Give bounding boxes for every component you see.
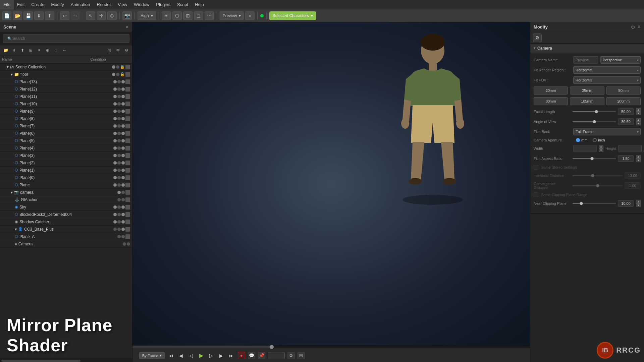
- list-item[interactable]: ▾ 📁 floor 🔒: [0, 71, 132, 78]
- angle-down-btn[interactable]: ▼: [636, 122, 641, 125]
- same-stereo-checkbox[interactable]: [534, 165, 538, 170]
- focal-down-btn[interactable]: ▼: [636, 112, 641, 115]
- film-aspect-slider[interactable]: [573, 158, 616, 159]
- render-dot[interactable]: [117, 220, 121, 224]
- export-button[interactable]: ⬆: [45, 11, 54, 20]
- color-dot[interactable]: [121, 80, 125, 83]
- menu-edit[interactable]: Edit: [14, 0, 28, 9]
- render-dot[interactable]: [121, 191, 125, 194]
- close-scene-button[interactable]: ✕: [125, 25, 129, 29]
- focal-80mm-button[interactable]: 80mm: [534, 97, 568, 105]
- vis-dot[interactable]: [117, 191, 121, 194]
- pin-icon[interactable]: 📌: [258, 352, 265, 359]
- visibility-dot[interactable]: [112, 65, 115, 69]
- render-dot[interactable]: [117, 87, 121, 91]
- sun-icon[interactable]: ☀: [162, 11, 171, 20]
- check-box[interactable]: [125, 116, 130, 121]
- list-item[interactable]: ⬡Plane(3): [0, 152, 132, 159]
- color-dot[interactable]: [121, 110, 125, 113]
- vis-dot[interactable]: [113, 183, 117, 187]
- folder-icon[interactable]: 📁: [2, 47, 9, 54]
- expand-button[interactable]: ↕: [52, 47, 60, 54]
- quality-dropdown[interactable]: High ▾: [138, 11, 156, 20]
- check-box[interactable]: [125, 227, 130, 232]
- check-box[interactable]: [125, 87, 130, 92]
- list-item[interactable]: ⬡Plane(7): [0, 122, 132, 130]
- scene-tree[interactable]: ▾ 🗂 Scene Collection 🔒 ▾ 📁 floor: [0, 63, 132, 359]
- color-dot[interactable]: [121, 117, 125, 120]
- list-item[interactable]: ⬡Plane(8): [0, 115, 132, 122]
- check-box[interactable]: [125, 102, 130, 106]
- check-box[interactable]: [125, 190, 130, 195]
- render-dot[interactable]: [117, 169, 121, 172]
- vis-dot[interactable]: [113, 213, 117, 216]
- near-clipping-thumb[interactable]: [580, 202, 583, 205]
- check-box[interactable]: [125, 205, 130, 209]
- check-box[interactable]: [125, 234, 130, 239]
- tab-properties-icon[interactable]: ⚙: [533, 34, 542, 42]
- menu-modify[interactable]: Modify: [48, 0, 67, 9]
- list-item[interactable]: ▾📷camera: [0, 189, 132, 196]
- close-modify-button[interactable]: ✕: [637, 24, 641, 30]
- list-item[interactable]: ⬡Plane(2): [0, 159, 132, 167]
- list-item[interactable]: ⬡Plane(10): [0, 100, 132, 108]
- angle-of-view-thumb[interactable]: [593, 120, 596, 123]
- aspect-up-btn[interactable]: ▲: [636, 155, 641, 159]
- menu-plugins[interactable]: Plugins: [153, 0, 174, 9]
- focal-length-thumb[interactable]: [595, 110, 598, 113]
- vis-dot[interactable]: [113, 169, 117, 172]
- dots-icon[interactable]: ⋯: [205, 11, 214, 20]
- camera-icon[interactable]: 📷: [122, 11, 132, 20]
- color-dot[interactable]: [121, 228, 125, 231]
- check-box[interactable]: [125, 124, 130, 128]
- grid-view-button[interactable]: ⊞: [27, 47, 35, 54]
- list-item[interactable]: ⬡Plane_A: [0, 233, 132, 240]
- list-item[interactable]: ⬡Plane(9): [0, 108, 132, 115]
- focal-105mm-button[interactable]: 105mm: [570, 97, 604, 105]
- settings-scene-button[interactable]: ⚙: [123, 47, 130, 54]
- vis-dot[interactable]: [113, 110, 117, 113]
- focal-length-slider[interactable]: [573, 111, 616, 112]
- list-item[interactable]: ■Camera: [0, 240, 132, 248]
- render-dot[interactable]: [117, 154, 121, 157]
- vis-dot[interactable]: [113, 154, 117, 157]
- width-down-btn[interactable]: ▼: [599, 148, 603, 152]
- check-box[interactable]: [125, 153, 130, 158]
- vis-dot[interactable]: [113, 102, 117, 106]
- camera-section-header[interactable]: ▾ Camera: [530, 44, 644, 53]
- vis-dot[interactable]: [113, 80, 117, 83]
- render-dot[interactable]: [127, 242, 130, 246]
- vis-dot[interactable]: [113, 228, 117, 231]
- character-set-dropdown[interactable]: Selected Characters ▾: [269, 11, 316, 20]
- check-box[interactable]: [125, 220, 130, 224]
- check-box[interactable]: [125, 109, 130, 114]
- angle-of-view-slider[interactable]: [573, 121, 616, 122]
- color-dot[interactable]: [121, 205, 125, 209]
- import-button[interactable]: ⬇: [34, 11, 44, 20]
- go-start-button[interactable]: ⏮: [167, 352, 175, 359]
- color-dot[interactable]: [121, 139, 125, 142]
- near-clipping-slider[interactable]: [573, 203, 616, 204]
- vis-dot[interactable]: [113, 220, 117, 224]
- filter-icon[interactable]: ⚙: [631, 24, 635, 30]
- list-item[interactable]: ⬡Plane(11): [0, 93, 132, 100]
- timeline-playhead[interactable]: [270, 345, 274, 349]
- render-dot[interactable]: [117, 132, 121, 135]
- color-dot[interactable]: [121, 132, 125, 135]
- menu-window[interactable]: Window: [130, 0, 153, 9]
- render-dot[interactable]: [121, 235, 125, 238]
- check-box[interactable]: [125, 138, 130, 143]
- shape-icon[interactable]: ◻: [194, 11, 203, 20]
- render-dot[interactable]: [117, 110, 121, 113]
- prev-frame-button[interactable]: ◁: [187, 352, 195, 359]
- chat-bubble-icon[interactable]: 💬: [248, 352, 255, 359]
- film-aspect-value[interactable]: 1.50: [618, 155, 634, 162]
- fit-render-select[interactable]: Horizontal: [573, 66, 641, 74]
- lock-icon[interactable]: 🔒: [120, 65, 125, 69]
- height-input[interactable]: 24.000: [618, 145, 642, 152]
- settings-tl-button[interactable]: ⚙: [287, 352, 295, 359]
- check-box[interactable]: [125, 175, 130, 180]
- vis-dot[interactable]: [113, 87, 117, 91]
- render-dot[interactable]: [117, 228, 121, 231]
- menu-view[interactable]: View: [114, 0, 130, 9]
